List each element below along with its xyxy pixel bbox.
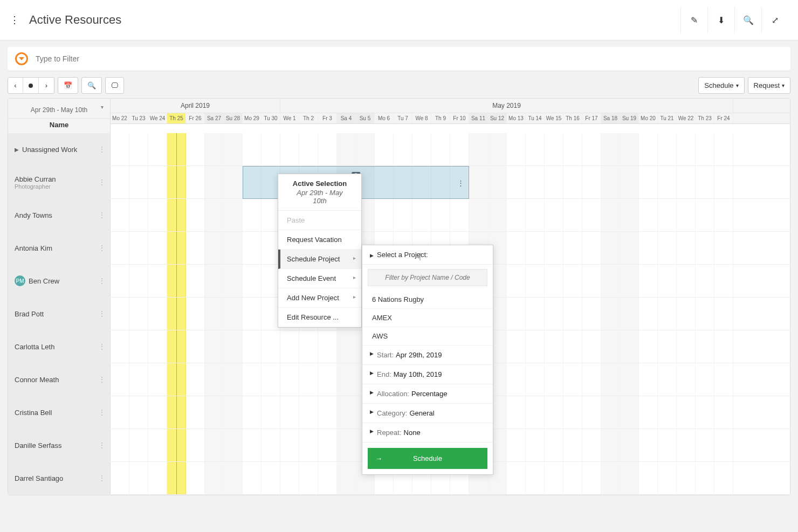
grid-cell[interactable] — [696, 199, 714, 231]
day-header[interactable]: We 15 — [545, 113, 563, 123]
calendar-icon[interactable]: 📅 — [58, 78, 78, 93]
grid-cell[interactable] — [224, 265, 243, 297]
grid-cell[interactable] — [299, 396, 318, 429]
grid-cell[interactable] — [262, 363, 280, 396]
grid-cell[interactable] — [582, 429, 601, 461]
day-header[interactable]: Mo 6 — [375, 113, 394, 123]
grid-cell[interactable] — [639, 363, 658, 396]
grid-cell[interactable] — [224, 396, 243, 429]
grid-cell[interactable] — [639, 298, 658, 330]
grid-cell[interactable] — [545, 363, 563, 396]
download-icon[interactable]: ⬇ — [707, 6, 734, 33]
day-header[interactable]: Fr 17 — [582, 113, 601, 123]
grid-cell[interactable] — [677, 232, 696, 264]
resource-cell[interactable]: Antonia Kim⋮ — [8, 232, 111, 264]
grid-cell[interactable] — [658, 462, 677, 494]
grid-cell[interactable] — [280, 330, 299, 363]
grid-cell[interactable] — [167, 133, 186, 165]
grid-cell[interactable] — [280, 133, 299, 165]
grid-cell[interactable] — [262, 462, 280, 494]
grid-cell[interactable] — [620, 330, 639, 363]
grid-cell[interactable] — [431, 133, 450, 165]
grid-cell[interactable] — [658, 166, 677, 198]
row-menu-icon[interactable]: ⋮ — [98, 441, 106, 450]
grid-cell[interactable] — [526, 396, 545, 429]
grid-cell[interactable] — [205, 199, 224, 231]
grid-cell[interactable] — [243, 133, 262, 165]
day-header[interactable]: We 8 — [412, 113, 431, 123]
grid-cell[interactable] — [111, 363, 129, 396]
today-button[interactable] — [23, 78, 39, 93]
resource-cell[interactable]: PMBen Crew⋮ — [8, 265, 111, 297]
project-option[interactable]: AWS — [362, 327, 493, 346]
grid-cell[interactable] — [696, 265, 714, 297]
grid-cell[interactable] — [205, 363, 224, 396]
grid-cell[interactable] — [507, 429, 526, 461]
grid-cell[interactable] — [526, 330, 545, 363]
expand-icon[interactable]: ▶ — [15, 147, 19, 153]
grid-cell[interactable] — [582, 265, 601, 297]
display-icon[interactable]: 🖵 — [106, 78, 123, 93]
grid-cell[interactable] — [714, 429, 733, 461]
row-menu-icon[interactable]: ⋮ — [98, 375, 106, 384]
grid-cell[interactable] — [620, 166, 639, 198]
day-header[interactable]: Th 23 — [696, 113, 714, 123]
day-header[interactable]: Fr 3 — [318, 113, 337, 123]
grid-cell[interactable] — [563, 363, 582, 396]
grid-cell[interactable] — [469, 166, 488, 198]
search-icon[interactable]: 🔍 — [734, 6, 761, 33]
grid-cell[interactable] — [507, 363, 526, 396]
grid-cell[interactable] — [582, 396, 601, 429]
grid-cell[interactable] — [148, 462, 167, 494]
day-header[interactable]: We 1 — [280, 113, 299, 123]
grid-cell[interactable] — [563, 133, 582, 165]
grid-cell[interactable] — [601, 298, 620, 330]
grid-cell[interactable] — [696, 133, 714, 165]
filter-toggle-icon[interactable] — [15, 52, 28, 65]
grid-cell[interactable] — [450, 133, 469, 165]
day-header[interactable]: Fr 26 — [186, 113, 205, 123]
grid-cell[interactable] — [243, 429, 262, 461]
grid-cell[interactable] — [280, 363, 299, 396]
grid-cell[interactable] — [714, 298, 733, 330]
row-menu-icon[interactable]: ⋮ — [98, 474, 106, 482]
grid-cell[interactable] — [337, 462, 356, 494]
grid-cell[interactable] — [488, 133, 507, 165]
category-row[interactable]: ▶Category:General — [362, 404, 493, 423]
grid-cell[interactable] — [337, 133, 356, 165]
project-filter-input[interactable] — [368, 269, 487, 286]
grid-cell[interactable] — [412, 133, 431, 165]
grid-cell[interactable] — [111, 232, 129, 264]
grid-cell[interactable] — [280, 396, 299, 429]
grid-cell[interactable] — [205, 396, 224, 429]
grid-cell[interactable] — [337, 429, 356, 461]
grid-cell[interactable] — [714, 166, 733, 198]
day-header[interactable]: Sa 4 — [337, 113, 356, 123]
row-menu-icon[interactable]: ⋮ — [98, 145, 106, 154]
grid-cell[interactable] — [186, 330, 205, 363]
grid-cell[interactable] — [714, 265, 733, 297]
resource-cell[interactable]: Danille Serfass⋮ — [8, 429, 111, 461]
repeat-row[interactable]: ▶Repeat:None — [362, 423, 493, 443]
grid-cell[interactable] — [111, 133, 129, 165]
grid-cell[interactable] — [318, 363, 337, 396]
grid-cell[interactable] — [111, 298, 129, 330]
date-range-label[interactable]: Apr 29th - May 10th — [8, 102, 110, 118]
grid-cell[interactable] — [262, 396, 280, 429]
grid-cell[interactable] — [129, 330, 148, 363]
schedule-button[interactable]: Schedule — [368, 448, 487, 469]
grid-cell[interactable] — [696, 429, 714, 461]
grid-cell[interactable] — [412, 199, 431, 231]
day-header[interactable]: Tu 21 — [658, 113, 677, 123]
grid-cell[interactable] — [639, 462, 658, 494]
grid-cell[interactable] — [582, 462, 601, 494]
grid-cell[interactable] — [563, 396, 582, 429]
grid-cell[interactable] — [639, 166, 658, 198]
grid-cell[interactable] — [318, 429, 337, 461]
day-header[interactable]: Tu 23 — [129, 113, 148, 123]
grid-cell[interactable] — [677, 133, 696, 165]
grid-cell[interactable] — [658, 429, 677, 461]
grid-cell[interactable] — [262, 133, 280, 165]
grid-cell[interactable] — [186, 199, 205, 231]
grid-cell[interactable] — [526, 232, 545, 264]
